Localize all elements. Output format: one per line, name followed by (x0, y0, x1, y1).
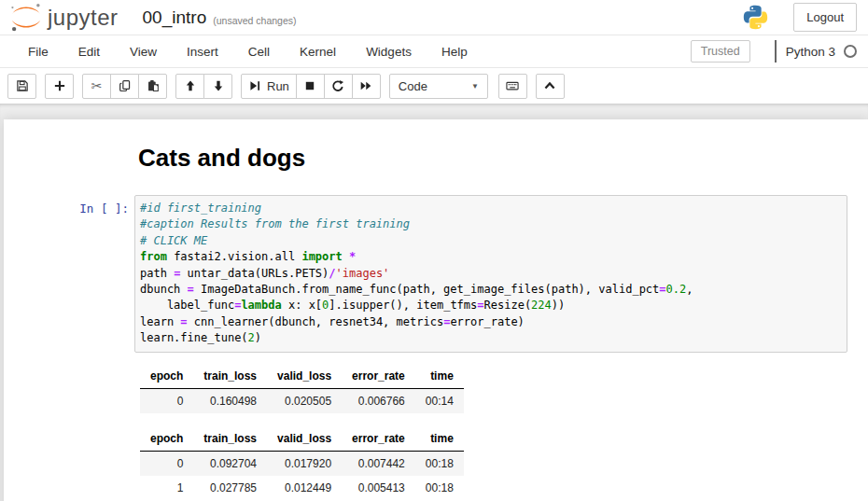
menu-insert[interactable]: Insert (172, 45, 233, 59)
logout-button[interactable]: Logout (793, 3, 857, 32)
code-line: path = untar_data(URLs.PETS)/'images' (140, 266, 842, 282)
paste-icon (147, 79, 160, 92)
column-header: error_rate (342, 426, 415, 452)
restart-kernel-button[interactable] (324, 74, 353, 99)
markdown-cell[interactable]: Cats and dogs (4, 132, 868, 195)
code-line: from fastai2.vision.all import * (140, 249, 842, 265)
code-token: cnn_learner(dbunch, resnet34, metrics (188, 315, 444, 328)
menu-file[interactable]: File (13, 45, 63, 59)
code-input-area[interactable]: #id first_training#caption Results from … (134, 195, 847, 353)
code-line: #id first_training (140, 201, 842, 216)
code-token: Resize( (484, 299, 532, 312)
output-prompt-col (4, 364, 134, 500)
copy-icon (119, 79, 132, 92)
code-token: dbunch (140, 283, 188, 296)
column-header: epoch (140, 364, 193, 389)
table-cell: 0.017920 (267, 451, 342, 476)
output-area: epochtrain_lossvalid_losserror_ratetime0… (4, 364, 868, 500)
code-token: # CLICK ME (140, 234, 207, 247)
table-cell: 0.007442 (342, 451, 415, 476)
table-row: 10.0277850.0124490.00541300:18 (140, 476, 464, 500)
menu-cell[interactable]: Cell (233, 45, 285, 59)
copy-cells-button[interactable] (110, 74, 139, 99)
code-cell[interactable]: In [ ]: #id first_training#caption Resul… (4, 195, 868, 353)
column-header: epoch (140, 426, 193, 452)
table-cell: 0.005413 (342, 476, 415, 500)
move-cell-up-button[interactable] (175, 74, 204, 99)
move-cell-down-button[interactable] (203, 74, 232, 99)
plus-icon (53, 79, 66, 92)
cut-cells-button[interactable]: ✂ (82, 74, 111, 99)
code-token: = (180, 315, 187, 328)
menu-edit[interactable]: Edit (63, 45, 115, 59)
command-palette-button[interactable] (498, 74, 527, 99)
code-token: 0.2 (666, 283, 687, 296)
code-token: ) (255, 331, 261, 344)
table-header-row: epochtrain_lossvalid_losserror_ratetime (140, 426, 464, 452)
code-token: learn (140, 315, 180, 328)
run-label: Run (267, 79, 289, 93)
code-token: = (477, 299, 483, 312)
trusted-badge[interactable]: Trusted (691, 40, 750, 63)
code-token: path (140, 267, 174, 280)
table-cell: 0 (140, 451, 193, 476)
scroll-up-button[interactable] (536, 74, 565, 99)
save-button[interactable] (7, 74, 36, 99)
restart-run-all-button[interactable] (352, 74, 381, 99)
code-token: #id first_training (140, 202, 261, 215)
code-token: = (659, 283, 665, 296)
code-token: label_func (140, 299, 234, 312)
jupyter-logo[interactable]: jupyter (7, 2, 119, 33)
table-cell: 0.012449 (267, 476, 342, 500)
arrow-up-icon (184, 79, 197, 92)
code-token: ].isupper(), item_tfms (329, 299, 477, 312)
notebook-title[interactable]: 00_intro (143, 7, 207, 28)
cell-type-select[interactable]: Code ▼ (389, 74, 488, 99)
kernel-idle-icon (844, 45, 857, 58)
table-cell: 00:18 (415, 451, 464, 476)
save-icon (16, 79, 29, 92)
code-token: lambda (241, 299, 281, 312)
insert-cell-below-button[interactable] (45, 74, 74, 99)
table-cell: 0.020505 (267, 388, 342, 413)
cell-type-value: Code (399, 79, 427, 93)
arrow-down-icon (212, 79, 225, 92)
jupyter-wordmark: jupyter (48, 5, 119, 31)
code-line: # CLICK ME (140, 233, 842, 249)
jupyter-notebook-app: jupyter 00_intro (unsaved changes) Logou… (0, 0, 868, 501)
interrupt-kernel-button[interactable] (296, 74, 325, 99)
menu-view[interactable]: View (115, 45, 172, 59)
table-cell: 00:14 (415, 388, 464, 413)
run-cell-button[interactable]: Run (241, 74, 297, 99)
training-results-table-1: epochtrain_lossvalid_losserror_ratetime0… (140, 364, 464, 413)
code-token (343, 250, 349, 263)
paste-cells-button[interactable] (138, 74, 167, 99)
code-line: learn.fine_tune(2) (140, 330, 842, 346)
code-token: * (349, 250, 356, 263)
table-header-row: epochtrain_lossvalid_losserror_ratetime (140, 364, 464, 389)
code-area: #id first_training#caption Results from … (140, 201, 842, 347)
code-token: 2 (248, 331, 255, 344)
code-token: fastai2.vision.all (167, 250, 302, 263)
table-row: 00.1604980.0205050.00676600:14 (140, 388, 464, 413)
code-token: #caption Results from the first training (140, 217, 410, 230)
column-header: valid_loss (267, 364, 342, 389)
checkpoint-status: (unsaved changes) (213, 15, 296, 26)
code-token: x: x[ (282, 299, 322, 312)
notebook-container: Cats and dogs In [ ]: #id first_training… (4, 119, 868, 501)
code-token: 224 (531, 299, 552, 312)
table-cell: 1 (140, 476, 193, 500)
code-token: error_rate) (450, 315, 524, 328)
table-cell: 0.006766 (342, 388, 415, 413)
code-token: 'images' (336, 267, 390, 280)
training-results-table-2: epochtrain_lossvalid_losserror_ratetime0… (140, 426, 464, 500)
markdown-prompt-col (4, 132, 134, 195)
code-token: from (140, 250, 167, 263)
menu-widgets[interactable]: Widgets (351, 45, 427, 59)
menu-help[interactable]: Help (427, 45, 483, 59)
table-cell: 00:18 (415, 476, 464, 500)
notebook-site: Cats and dogs In [ ]: #id first_training… (0, 104, 868, 501)
menu-kernel[interactable]: Kernel (285, 45, 351, 59)
code-token: )) (552, 299, 565, 312)
chevron-down-icon: ▼ (471, 82, 479, 90)
